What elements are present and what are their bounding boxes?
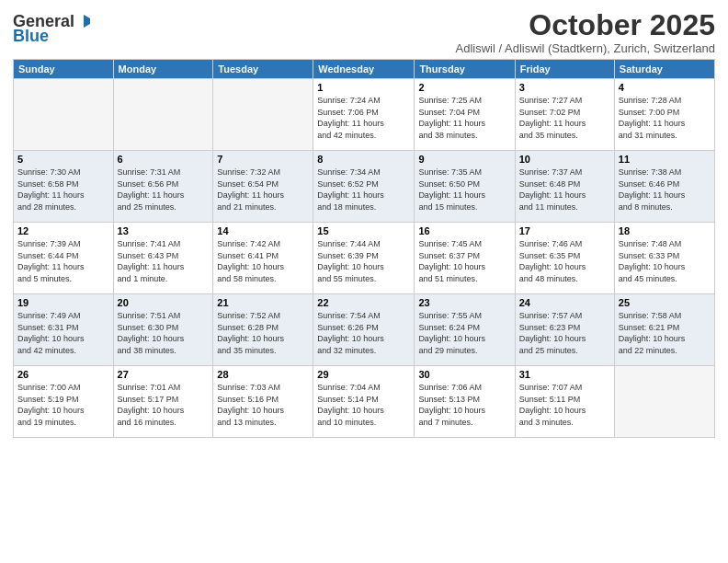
calendar-header-row: Sunday Monday Tuesday Wednesday Thursday… [14,60,715,79]
day-number: 22 [317,297,410,308]
table-row: 21Sunrise: 7:52 AM Sunset: 6:28 PM Dayli… [213,294,313,366]
table-row: 6Sunrise: 7:31 AM Sunset: 6:56 PM Daylig… [113,151,213,223]
logo: General Blue [13,13,91,44]
col-thursday: Thursday [415,60,515,79]
table-row: 29Sunrise: 7:04 AM Sunset: 5:14 PM Dayli… [313,366,415,438]
day-number: 27 [118,369,210,380]
day-info: Sunrise: 7:57 AM Sunset: 6:23 PM Dayligh… [519,310,610,356]
day-info: Sunrise: 7:55 AM Sunset: 6:24 PM Dayligh… [418,310,510,356]
day-info: Sunrise: 7:03 AM Sunset: 5:16 PM Dayligh… [217,382,309,428]
table-row: 27Sunrise: 7:01 AM Sunset: 5:17 PM Dayli… [113,366,213,438]
calendar-row: 12Sunrise: 7:39 AM Sunset: 6:44 PM Dayli… [14,223,715,294]
day-number: 23 [418,297,510,308]
table-row: 22Sunrise: 7:54 AM Sunset: 6:26 PM Dayli… [313,294,415,366]
table-row: 25Sunrise: 7:58 AM Sunset: 6:21 PM Dayli… [614,294,714,366]
day-number: 9 [418,154,510,165]
table-row: 24Sunrise: 7:57 AM Sunset: 6:23 PM Dayli… [515,294,614,366]
day-info: Sunrise: 7:07 AM Sunset: 5:11 PM Dayligh… [519,382,610,428]
day-info: Sunrise: 7:45 AM Sunset: 6:37 PM Dayligh… [418,238,510,284]
day-info: Sunrise: 7:51 AM Sunset: 6:30 PM Dayligh… [118,310,210,356]
table-row: 17Sunrise: 7:46 AM Sunset: 6:35 PM Dayli… [515,223,614,294]
day-info: Sunrise: 7:06 AM Sunset: 5:13 PM Dayligh… [418,382,510,428]
table-row: 20Sunrise: 7:51 AM Sunset: 6:30 PM Dayli… [113,294,213,366]
day-info: Sunrise: 7:25 AM Sunset: 7:04 PM Dayligh… [418,95,510,141]
table-row: 5Sunrise: 7:30 AM Sunset: 6:58 PM Daylig… [14,151,114,223]
table-row: 13Sunrise: 7:41 AM Sunset: 6:43 PM Dayli… [113,223,213,294]
table-row: 2Sunrise: 7:25 AM Sunset: 7:04 PM Daylig… [415,79,515,151]
day-number: 16 [418,225,510,236]
day-info: Sunrise: 7:24 AM Sunset: 7:06 PM Dayligh… [317,95,410,141]
calendar-page: General Blue October 2025 Adliswil / Adl… [0,0,728,563]
day-number: 8 [317,154,410,165]
table-row: 11Sunrise: 7:38 AM Sunset: 6:46 PM Dayli… [614,151,714,223]
day-number: 12 [17,225,109,236]
day-number: 26 [17,369,109,380]
day-number: 24 [519,297,610,308]
day-info: Sunrise: 7:49 AM Sunset: 6:31 PM Dayligh… [17,310,109,356]
day-info: Sunrise: 7:00 AM Sunset: 5:19 PM Dayligh… [17,382,109,428]
day-info: Sunrise: 7:28 AM Sunset: 7:00 PM Dayligh… [619,95,711,141]
day-number: 14 [217,225,309,236]
day-number: 31 [519,369,610,380]
day-number: 4 [619,82,711,93]
table-row [213,79,313,151]
col-sunday: Sunday [14,60,114,79]
day-number: 29 [317,369,410,380]
day-number: 13 [118,225,210,236]
day-info: Sunrise: 7:44 AM Sunset: 6:39 PM Dayligh… [317,238,410,284]
header: General Blue October 2025 Adliswil / Adl… [13,9,715,55]
day-info: Sunrise: 7:46 AM Sunset: 6:35 PM Dayligh… [519,238,610,284]
day-number: 2 [418,82,510,93]
table-row: 12Sunrise: 7:39 AM Sunset: 6:44 PM Dayli… [14,223,114,294]
day-info: Sunrise: 7:32 AM Sunset: 6:54 PM Dayligh… [217,167,309,213]
day-number: 7 [217,154,309,165]
day-info: Sunrise: 7:52 AM Sunset: 6:28 PM Dayligh… [217,310,309,356]
table-row [14,79,114,151]
table-row: 26Sunrise: 7:00 AM Sunset: 5:19 PM Dayli… [14,366,114,438]
day-info: Sunrise: 7:48 AM Sunset: 6:33 PM Dayligh… [619,238,711,284]
logo-blue: Blue [13,28,49,44]
day-info: Sunrise: 7:54 AM Sunset: 6:26 PM Dayligh… [317,310,410,356]
logo-flag-icon [76,14,91,29]
table-row [614,366,714,438]
day-info: Sunrise: 7:35 AM Sunset: 6:50 PM Dayligh… [418,167,510,213]
col-monday: Monday [113,60,213,79]
calendar-row: 26Sunrise: 7:00 AM Sunset: 5:19 PM Dayli… [14,366,715,438]
calendar-table: Sunday Monday Tuesday Wednesday Thursday… [13,59,715,438]
day-info: Sunrise: 7:01 AM Sunset: 5:17 PM Dayligh… [118,382,210,428]
title-block: October 2025 Adliswil / Adliswil (Stadtk… [456,9,715,55]
day-info: Sunrise: 7:30 AM Sunset: 6:58 PM Dayligh… [17,167,109,213]
day-number: 5 [17,154,109,165]
day-number: 3 [519,82,610,93]
table-row: 4Sunrise: 7:28 AM Sunset: 7:00 PM Daylig… [614,79,714,151]
col-wednesday: Wednesday [313,60,415,79]
col-tuesday: Tuesday [213,60,313,79]
table-row: 18Sunrise: 7:48 AM Sunset: 6:33 PM Dayli… [614,223,714,294]
col-friday: Friday [515,60,614,79]
day-info: Sunrise: 7:34 AM Sunset: 6:52 PM Dayligh… [317,167,410,213]
table-row: 1Sunrise: 7:24 AM Sunset: 7:06 PM Daylig… [313,79,415,151]
day-info: Sunrise: 7:04 AM Sunset: 5:14 PM Dayligh… [317,382,410,428]
day-info: Sunrise: 7:41 AM Sunset: 6:43 PM Dayligh… [118,238,210,284]
table-row: 15Sunrise: 7:44 AM Sunset: 6:39 PM Dayli… [313,223,415,294]
table-row: 7Sunrise: 7:32 AM Sunset: 6:54 PM Daylig… [213,151,313,223]
table-row: 31Sunrise: 7:07 AM Sunset: 5:11 PM Dayli… [515,366,614,438]
day-number: 25 [619,297,711,308]
table-row: 23Sunrise: 7:55 AM Sunset: 6:24 PM Dayli… [415,294,515,366]
day-number: 11 [619,154,711,165]
table-row: 16Sunrise: 7:45 AM Sunset: 6:37 PM Dayli… [415,223,515,294]
day-info: Sunrise: 7:27 AM Sunset: 7:02 PM Dayligh… [519,95,610,141]
day-number: 1 [317,82,410,93]
table-row: 19Sunrise: 7:49 AM Sunset: 6:31 PM Dayli… [14,294,114,366]
day-info: Sunrise: 7:37 AM Sunset: 6:48 PM Dayligh… [519,167,610,213]
day-info: Sunrise: 7:42 AM Sunset: 6:41 PM Dayligh… [217,238,309,284]
day-info: Sunrise: 7:38 AM Sunset: 6:46 PM Dayligh… [619,167,711,213]
calendar-row: 1Sunrise: 7:24 AM Sunset: 7:06 PM Daylig… [14,79,715,151]
table-row: 9Sunrise: 7:35 AM Sunset: 6:50 PM Daylig… [415,151,515,223]
day-number: 30 [418,369,510,380]
day-number: 6 [118,154,210,165]
table-row: 10Sunrise: 7:37 AM Sunset: 6:48 PM Dayli… [515,151,614,223]
calendar-row: 19Sunrise: 7:49 AM Sunset: 6:31 PM Dayli… [14,294,715,366]
table-row [113,79,213,151]
day-info: Sunrise: 7:31 AM Sunset: 6:56 PM Dayligh… [118,167,210,213]
